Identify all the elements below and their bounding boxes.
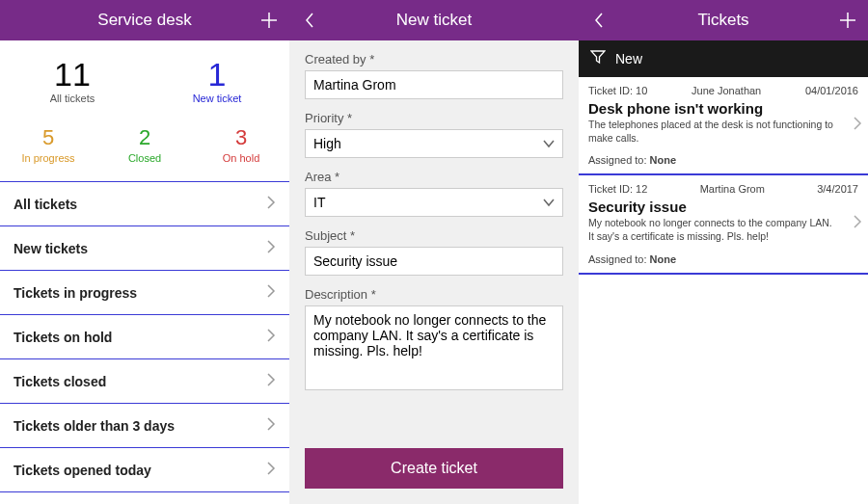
nav-new-tickets[interactable]: New tickets: [0, 226, 289, 271]
add-ticket-button[interactable]: [827, 0, 868, 40]
nav-tickets-on-hold[interactable]: Tickets on hold: [0, 315, 289, 359]
description-textarea[interactable]: [305, 305, 563, 390]
ticket-id: 12: [636, 183, 647, 195]
tickets-panel: Tickets New Ticket ID: 10 June Jonathan …: [579, 0, 868, 504]
chevron-right-icon: [266, 239, 276, 257]
nav-list: All tickets New tickets Tickets in progr…: [0, 182, 289, 492]
new-ticket-header: New ticket: [289, 0, 579, 40]
chevron-right-icon: [853, 214, 862, 233]
stats-bottom-row: 5 In progress 2 Closed 3 On hold: [0, 112, 289, 182]
chevron-right-icon: [266, 283, 276, 302]
plus-icon: [839, 12, 856, 29]
nav-tickets-closed[interactable]: Tickets closed: [0, 359, 289, 404]
ticket-id: 10: [636, 85, 647, 96]
ticket-card[interactable]: Ticket ID: 10 June Jonathan 04/01/2016 D…: [579, 77, 868, 175]
stat-value: 11: [0, 58, 145, 91]
ticket-assigned-value: None: [650, 253, 677, 265]
ticket-assigned-label: Assigned to:: [588, 253, 647, 265]
svg-marker-4: [591, 51, 605, 63]
ticket-meta: Ticket ID: 12 Martina Grom 3/4/2017: [588, 181, 858, 199]
filter-label: New: [615, 51, 642, 66]
subject-input[interactable]: [305, 247, 563, 276]
nav-tickets-in-progress[interactable]: Tickets in progress: [0, 271, 289, 315]
stat-in-progress[interactable]: 5 In progress: [0, 125, 96, 164]
ticket-assigned-value: None: [650, 154, 677, 166]
stat-on-hold[interactable]: 3 On hold: [193, 125, 289, 164]
dashboard-title: Service desk: [41, 11, 249, 30]
ticket-desc: My notebook no longer connects to the co…: [588, 217, 858, 243]
dashboard-panel: Service desk 11 All tickets 1 New ticket…: [0, 0, 289, 504]
nav-tickets-older-3-days[interactable]: Tickets older than 3 days: [0, 404, 289, 448]
stat-label: In progress: [0, 152, 96, 164]
nav-label: Tickets in progress: [14, 285, 137, 301]
chevron-right-icon: [266, 195, 276, 213]
stat-label: On hold: [193, 152, 289, 164]
ticket-card[interactable]: Ticket ID: 12 Martina Grom 3/4/2017 Secu…: [579, 175, 868, 274]
ticket-assigned-label: Assigned to:: [588, 154, 647, 166]
stat-closed[interactable]: 2 Closed: [96, 125, 193, 164]
chevron-right-icon: [266, 461, 276, 479]
nav-label: Tickets closed: [14, 374, 106, 389]
create-ticket-button[interactable]: Create ticket: [305, 448, 563, 489]
stat-label: New ticket: [145, 93, 289, 104]
stat-value: 3: [193, 125, 289, 150]
add-ticket-button[interactable]: [249, 0, 289, 40]
back-button[interactable]: [289, 0, 330, 40]
nav-label: Tickets opened today: [14, 463, 151, 478]
chevron-left-icon: [304, 12, 315, 29]
nav-label: Tickets older than 3 days: [14, 418, 175, 434]
chevron-left-icon: [593, 12, 605, 29]
ticket-requester: June Jonathan: [692, 85, 761, 96]
nav-tickets-opened-today[interactable]: Tickets opened today: [0, 448, 289, 492]
ticket-requester: Martina Grom: [700, 183, 765, 195]
nav-label: New tickets: [14, 241, 88, 256]
ticket-date: 04/01/2016: [805, 85, 858, 96]
stat-value: 5: [0, 125, 96, 150]
filter-bar[interactable]: New: [579, 40, 868, 77]
created-by-input[interactable]: [305, 70, 563, 99]
new-ticket-panel: New ticket Created by * Priority * High …: [289, 0, 579, 504]
created-by-label: Created by *: [305, 52, 563, 66]
chevron-right-icon: [266, 416, 276, 435]
priority-label: Priority *: [305, 111, 563, 125]
new-ticket-title: New ticket: [330, 11, 538, 30]
chevron-right-icon: [266, 328, 276, 346]
chevron-right-icon: [853, 116, 862, 135]
tickets-header: Tickets: [579, 0, 868, 40]
chevron-right-icon: [266, 372, 276, 390]
ticket-date: 3/4/2017: [817, 183, 858, 195]
subject-label: Subject *: [305, 228, 563, 243]
nav-label: All tickets: [14, 197, 77, 212]
tickets-title: Tickets: [619, 11, 827, 30]
stats-top-row: 11 All tickets 1 New ticket: [0, 40, 289, 112]
ticket-title: Security issue: [588, 199, 858, 215]
stat-value: 1: [145, 58, 289, 91]
back-button[interactable]: [579, 0, 619, 40]
ticket-id-label: Ticket ID:: [588, 85, 633, 96]
plus-icon: [260, 12, 278, 29]
stat-value: 2: [96, 125, 193, 150]
ticket-desc: The telephones placed at the desk is not…: [588, 119, 858, 145]
filter-icon: [590, 49, 606, 68]
stat-label: Closed: [96, 152, 193, 164]
ticket-title: Desk phone isn't working: [588, 100, 858, 117]
area-label: Area *: [305, 170, 563, 184]
stat-new-ticket[interactable]: 1 New ticket: [145, 58, 289, 104]
ticket-form: Created by * Priority * High Area * IT S…: [289, 40, 579, 448]
stat-label: All tickets: [0, 93, 145, 104]
ticket-meta: Ticket ID: 10 June Jonathan 04/01/2016: [588, 83, 858, 100]
area-select[interactable]: IT: [305, 188, 563, 217]
dashboard-header: Service desk: [0, 0, 289, 40]
nav-label: Tickets on hold: [14, 330, 112, 345]
stat-all-tickets[interactable]: 11 All tickets: [0, 58, 145, 104]
ticket-id-label: Ticket ID:: [588, 183, 633, 195]
priority-select[interactable]: High: [305, 129, 563, 158]
description-label: Description *: [305, 287, 563, 302]
nav-all-tickets[interactable]: All tickets: [0, 182, 289, 226]
